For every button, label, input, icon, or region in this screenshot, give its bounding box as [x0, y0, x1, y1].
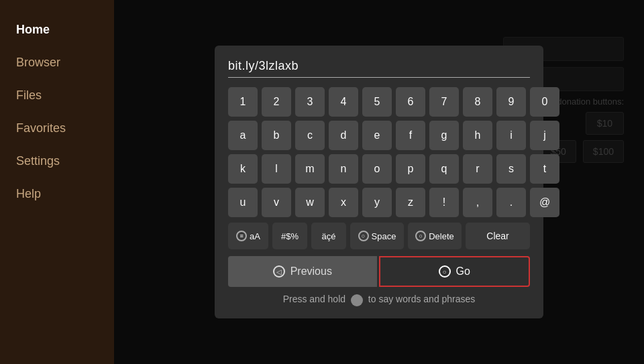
go-button[interactable]: ○ Go [379, 256, 531, 287]
key-q[interactable]: q [429, 154, 459, 184]
key-y[interactable]: y [362, 188, 392, 217]
key-p[interactable]: p [396, 154, 425, 184]
key-8[interactable]: 8 [463, 87, 492, 117]
key-z[interactable]: z [396, 188, 425, 217]
key-e[interactable]: e [362, 121, 392, 150]
key-period[interactable]: . [496, 188, 526, 217]
key-f[interactable]: f [396, 121, 425, 150]
delete-icon: ○ [415, 231, 426, 241]
key-accents[interactable]: äçé [311, 223, 346, 249]
key-t[interactable]: t [530, 154, 559, 184]
key-o[interactable]: o [362, 154, 392, 184]
key-1[interactable]: 1 [228, 87, 258, 117]
key-r[interactable]: r [463, 154, 492, 184]
sidebar-item-favorites[interactable]: Favorites [0, 112, 114, 145]
key-row-numbers: 1 2 3 4 5 6 7 8 9 0 [228, 87, 530, 117]
url-input-area[interactable]: bit.ly/3lzlaxb [228, 59, 530, 78]
key-comma[interactable]: , [463, 188, 492, 217]
key-row-u-at: u v w x y z ! , . @ [228, 188, 530, 217]
key-x[interactable]: x [329, 188, 358, 217]
key-l[interactable]: l [262, 154, 291, 184]
mic-icon [351, 294, 363, 306]
key-k[interactable]: k [228, 154, 258, 184]
key-j[interactable]: j [530, 121, 559, 150]
sidebar-item-help[interactable]: Help [0, 178, 114, 210]
dialog-overlay: bit.ly/3lzlaxb 1 2 3 4 5 6 7 8 9 0 [114, 0, 644, 364]
key-c[interactable]: c [295, 121, 325, 150]
key-delete[interactable]: ○ Delete [408, 223, 462, 249]
key-4[interactable]: 4 [329, 87, 358, 117]
key-row-k-t: k l m n o p q r s t [228, 154, 530, 184]
key-space[interactable]: ○ Space [350, 223, 404, 249]
key-b[interactable]: b [262, 121, 291, 150]
main-area: ase donation buttons: $10 $20 $50 $100 b… [114, 0, 644, 364]
key-7[interactable]: 7 [429, 87, 459, 117]
url-display: bit.ly/3lzlaxb [228, 59, 299, 72]
previous-button[interactable]: ◁ Previous [228, 256, 377, 287]
key-9[interactable]: 9 [496, 87, 526, 117]
key-symbols[interactable]: #$% [272, 223, 307, 249]
key-2[interactable]: 2 [262, 87, 291, 117]
key-s[interactable]: s [496, 154, 526, 184]
key-exclaim[interactable]: ! [429, 188, 459, 217]
previous-icon: ◁ [273, 265, 285, 278]
key-n[interactable]: n [329, 154, 358, 184]
sidebar-item-browser[interactable]: Browser [0, 46, 114, 79]
go-icon: ○ [439, 265, 451, 278]
key-h[interactable]: h [463, 121, 492, 150]
key-3[interactable]: 3 [295, 87, 325, 117]
sidebar-item-settings[interactable]: Settings [0, 145, 114, 178]
sidebar: Home Browser Files Favorites Settings He… [0, 0, 114, 364]
case-icon: ≡ [236, 231, 247, 241]
special-key-row: ≡ aA #$% äçé ○ Space ○ Delet [228, 223, 530, 249]
keyboard-dialog: bit.ly/3lzlaxb 1 2 3 4 5 6 7 8 9 0 [215, 46, 543, 318]
key-5[interactable]: 5 [362, 87, 392, 117]
space-icon: ○ [358, 231, 369, 241]
nav-buttons: ◁ Previous ○ Go [228, 256, 530, 287]
key-0[interactable]: 0 [530, 87, 559, 117]
key-row-a-j: a b c d e f g h i j [228, 121, 530, 150]
voice-hint: Press and hold to say words and phrases [228, 294, 530, 306]
key-m[interactable]: m [295, 154, 325, 184]
key-clear[interactable]: Clear [466, 223, 530, 249]
sidebar-item-home[interactable]: Home [0, 13, 114, 46]
key-u[interactable]: u [228, 188, 258, 217]
key-v[interactable]: v [262, 188, 291, 217]
key-6[interactable]: 6 [396, 87, 425, 117]
keyboard: 1 2 3 4 5 6 7 8 9 0 a b c d e [228, 87, 530, 249]
key-g[interactable]: g [429, 121, 459, 150]
key-d[interactable]: d [329, 121, 358, 150]
sidebar-item-files[interactable]: Files [0, 79, 114, 112]
key-a[interactable]: a [228, 121, 258, 150]
key-at[interactable]: @ [530, 188, 559, 217]
key-i[interactable]: i [496, 121, 526, 150]
key-w[interactable]: w [295, 188, 325, 217]
key-case-toggle[interactable]: ≡ aA [228, 223, 268, 249]
